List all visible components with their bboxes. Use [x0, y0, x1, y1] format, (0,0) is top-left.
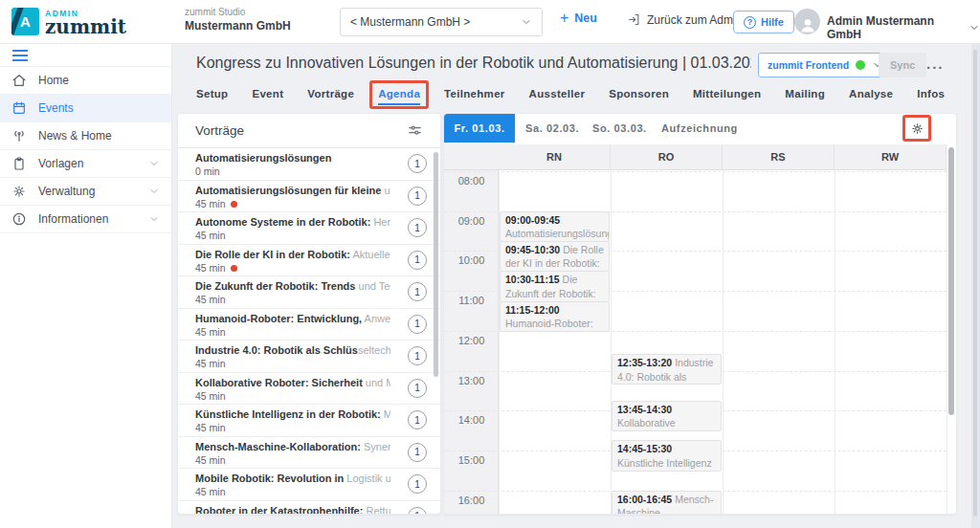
app-logo[interactable]: A ADMIN zummit — [11, 8, 126, 36]
sidebar-item-verwaltung[interactable]: Verwaltung — [0, 178, 171, 206]
day-tab-aufzeichnung[interactable]: Aufzeichnung — [661, 114, 738, 143]
talk-duration-value: 0 min — [195, 165, 220, 178]
more-options-button[interactable]: ... — [926, 55, 945, 72]
column-gridline — [723, 170, 724, 514]
talk-duration: 45 min — [195, 230, 390, 242]
calendar-grid: RNRORSRW 08:0009:0010:0011:0012:0013:001… — [444, 144, 956, 514]
talk-title-main: Industrie 4.0: Robotik als Schlüs — [195, 344, 358, 356]
day-tab-sa-02-03[interactable]: Sa. 02.03. — [525, 114, 579, 143]
tab-infos[interactable]: Infos — [917, 87, 945, 101]
tab-sponsoren[interactable]: Sponsoren — [609, 87, 669, 101]
talk-title-subtitle: und Technol... — [355, 280, 390, 292]
tab-label: Agenda — [378, 88, 420, 99]
window-scrollbar-thumb[interactable] — [973, 50, 977, 517]
talk-list-item[interactable]: Automatisierungslösungen0 min1 — [178, 148, 440, 181]
calendar-scrollbar[interactable] — [948, 147, 954, 415]
tab-vortr-ge[interactable]: Vorträge — [307, 87, 354, 101]
studio-name: Mustermann GmbH — [185, 19, 291, 33]
agenda-event[interactable]: 14:45-15:30 Künstliche Intelligenz in de… — [612, 440, 722, 471]
sidebar-item-vorlagen[interactable]: Vorlagen — [0, 150, 171, 178]
talk-list-item[interactable]: Kollaborative Roboter: Sicherheit und Me… — [178, 373, 440, 406]
logout-icon — [627, 12, 641, 27]
talk-duration-value: 45 min — [195, 454, 226, 467]
talks-panel-header: Vorträge — [178, 114, 440, 148]
window-scrollbar[interactable] — [971, 44, 980, 528]
agenda-event[interactable]: 10:30-11:15 Die Zukunft der Robotik: Tre… — [500, 271, 610, 301]
organization-select[interactable]: < Mustermann GmbH > — [340, 8, 543, 36]
back-to-admin-button[interactable]: Zurück zum Admin — [627, 12, 742, 27]
tab-label: Analyse — [849, 88, 893, 99]
organization-select-value: < Mustermann GmbH > — [350, 15, 470, 29]
sidebar-item-label: Informationen — [38, 212, 108, 226]
tab-label: Mailing — [785, 88, 825, 99]
sidebar-item-informationen[interactable]: Informationen — [0, 206, 171, 233]
filter-button[interactable] — [407, 122, 423, 139]
tab-agenda[interactable]: Agenda — [378, 87, 420, 101]
talk-duration: 45 min — [195, 486, 390, 498]
tab-analyse[interactable]: Analyse — [849, 87, 893, 101]
tab-event[interactable]: Event — [252, 87, 283, 101]
talk-title-subtitle: Maschi... — [381, 408, 390, 420]
talk-list-item[interactable]: Roboter in der Katastrophenhilfe: Rettun… — [178, 501, 440, 516]
sidebar-item-events[interactable]: Events — [0, 95, 171, 122]
talk-list-item[interactable]: Die Rolle der KI in der Robotik: Aktuell… — [178, 245, 440, 277]
talk-list-item[interactable]: Humanoid-Roboter: Entwicklung, Anwendun.… — [178, 309, 440, 341]
talk-duration-value: 45 min — [195, 230, 226, 242]
agenda-event[interactable]: 12:35-13:20 Industrie 4.0: Robotik als — [612, 354, 722, 385]
new-button[interactable]: + Neu — [560, 11, 597, 25]
column-gridline — [835, 170, 835, 514]
tab-label: Vorträge — [307, 88, 354, 99]
info-icon — [11, 211, 27, 227]
agenda-calendar-panel: Fr. 01.03.Sa. 02.03.So. 03.03.Aufzeichnu… — [443, 113, 957, 515]
room-header-row: RNRORSRW — [444, 144, 947, 170]
chevron-down-icon — [148, 158, 160, 169]
talk-title-subtitle: Synergiepo... — [361, 441, 390, 452]
talk-duration-value: 45 min — [195, 422, 226, 434]
tab-mitteilungen[interactable]: Mitteilungen — [693, 87, 761, 101]
agenda-event[interactable]: 11:15-12:00 Humanoid-Roboter: Entwicklun… — [500, 301, 610, 332]
talk-list-item[interactable]: Automatisierungslösungen für kleine und … — [178, 181, 440, 213]
annotation-box-settings — [902, 115, 931, 142]
talk-title-main: Mensch-Maschine-Kollaboration: — [195, 441, 361, 452]
tab-aussteller[interactable]: Aussteller — [529, 87, 586, 101]
agenda-event[interactable]: 09:00-09:45 Automatisierungslösung — [500, 211, 610, 242]
agenda-event[interactable]: 09:45-10:30 Die Rolle der KI in der Robo… — [500, 241, 610, 272]
tab-mailing[interactable]: Mailing — [785, 87, 825, 101]
agenda-event[interactable]: 13:45-14:30 Kollaborative Roboter: — [612, 401, 722, 431]
unassigned-dot — [231, 201, 237, 208]
day-tab-so-03-03[interactable]: So. 03.03. — [592, 114, 647, 143]
user-menu[interactable]: Admin Mustermann GmbH — [827, 14, 980, 41]
talk-list-item[interactable]: Künstliche Intelligenz in der Robotik: M… — [178, 405, 440, 437]
talk-duration-value: 45 min — [195, 262, 226, 275]
talks-list: Automatisierungslösungen0 min1Automatisi… — [178, 148, 440, 515]
day-tab-fr-01-03[interactable]: Fr. 01.03. — [444, 114, 515, 143]
chevron-down-icon — [148, 213, 160, 225]
sidebar-item-home[interactable]: Home — [0, 67, 171, 95]
sidebar-item-news-home[interactable]: News & Home — [0, 122, 171, 150]
broadcast-icon — [11, 128, 27, 143]
avatar[interactable] — [794, 9, 820, 34]
sync-button[interactable]: Sync — [879, 53, 926, 77]
talk-list-item[interactable]: Industrie 4.0: Robotik als Schlüsseltech… — [178, 341, 440, 373]
logo-brand-label: zummit — [45, 18, 126, 36]
sidebar-collapse-button[interactable] — [0, 44, 171, 67]
agenda-event[interactable]: 16:00-16:45 Mensch-Maschine-Kollaboratio… — [612, 491, 722, 514]
event-time: 11:15-12:00 — [505, 304, 560, 316]
talk-list-item[interactable]: Mobile Robotik: Revolution in Logistik u… — [178, 469, 440, 501]
talks-scrollbar[interactable] — [434, 152, 438, 377]
help-button[interactable]: ? Hilfe — [733, 11, 794, 33]
tab-teilnehmer[interactable]: Teilnehmer — [444, 87, 505, 101]
tab-setup[interactable]: Setup — [196, 87, 228, 101]
talk-list-item[interactable]: Autonome Systeme in der Robotik: Herausf… — [178, 212, 440, 245]
talk-title-main: Mobile Robotik: Revolution in — [195, 473, 344, 484]
room-column-header-rn: RN — [499, 144, 611, 170]
event-title: Künstliche Intelligenz in der — [617, 457, 712, 472]
talk-list-item[interactable]: Die Zukunft der Robotik: Trends und Tech… — [178, 276, 440, 309]
home-icon — [11, 73, 27, 88]
talk-list-item[interactable]: Mensch-Maschine-Kollaboration: Synergiep… — [178, 437, 440, 470]
talk-duration-value: 45 min — [195, 326, 226, 339]
logo-text: ADMIN zummit — [45, 8, 126, 36]
time-label: 15:00 — [444, 454, 499, 466]
gear-icon[interactable] — [910, 121, 924, 136]
frontend-button[interactable]: zummit Frontend — [758, 53, 893, 77]
